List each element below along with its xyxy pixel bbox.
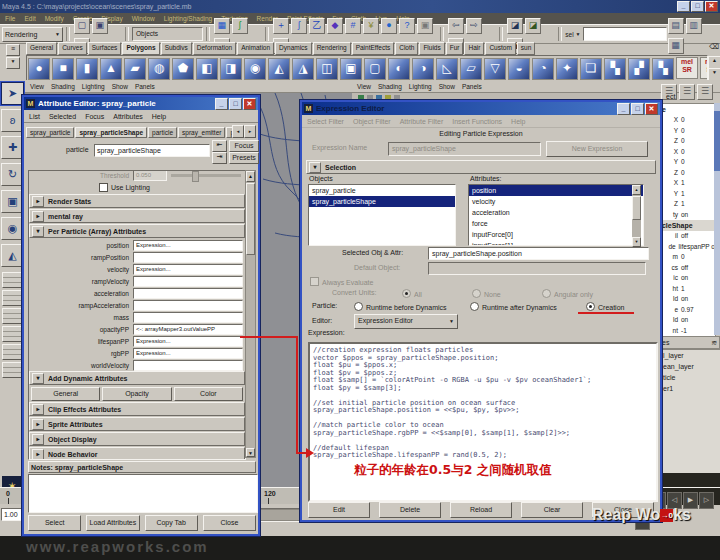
ee-attribute-position[interactable]: position: [469, 185, 643, 196]
pp-field-rampPosition[interactable]: [133, 252, 243, 263]
mask-misc-icon[interactable]: ?: [399, 18, 415, 34]
ee-attribute-force[interactable]: force: [469, 218, 643, 229]
pp-field-velocity[interactable]: Expression...: [133, 264, 243, 275]
shelf-tab-4[interactable]: Subdivs: [161, 42, 192, 55]
chevron-down-icon[interactable]: ▼: [576, 31, 581, 37]
right-panel-menu-3[interactable]: Show: [439, 83, 455, 90]
layout-persp-graph-button[interactable]: [2, 326, 24, 342]
section-mental-ray[interactable]: ▸mental ray: [29, 209, 245, 223]
poly-sphere-icon[interactable]: ●: [28, 58, 50, 80]
poly-plane-icon[interactable]: ▰: [124, 58, 146, 80]
pp-field-position[interactable]: Expression...: [133, 240, 243, 251]
ae-close-button[interactable]: Close: [203, 515, 256, 531]
pp-field-opacityPP[interactable]: <-: arrayMapper3.outValuePP: [133, 324, 243, 335]
ae-tab-1[interactable]: spray_particleShape: [75, 127, 147, 138]
attribute-editor-titlebar[interactable]: M Attribute Editor: spray_particle _ □ ✕: [24, 97, 258, 110]
shelf-menu-button[interactable]: ≡: [6, 44, 20, 56]
ee-delete-button[interactable]: Delete: [379, 502, 441, 518]
shelf-tab-12[interactable]: Fur: [446, 42, 464, 55]
expression-editor-titlebar[interactable]: M Expression Editor _ □ ✕: [302, 102, 660, 115]
ee-code-area[interactable]: //creation expression floats particles v…: [308, 342, 658, 502]
ee-selection-header[interactable]: ▾ Selection: [306, 160, 656, 174]
poke-face-icon[interactable]: ✦: [556, 58, 578, 80]
ee-minimize-button[interactable]: _: [617, 103, 630, 115]
close-window-button[interactable]: ✕: [705, 1, 718, 12]
ae-tab-2[interactable]: particle: [148, 127, 177, 138]
ae-tab-3[interactable]: spray_emitter: [178, 127, 225, 138]
right-panel-menu-4[interactable]: Panels: [462, 83, 482, 90]
duplicate-face-icon[interactable]: ❏: [580, 58, 602, 80]
ae-notes-header[interactable]: Notes: spray_particleShape: [28, 461, 256, 473]
left-panel-menu-2[interactable]: Lighting: [82, 83, 105, 90]
snap-to-grid-icon[interactable]: ▦: [214, 18, 230, 34]
channel-row-3[interactable]: X0: [660, 147, 715, 158]
ae-maximize-button[interactable]: □: [229, 98, 242, 110]
left-panel-menu-4[interactable]: Panels: [135, 83, 155, 90]
pp-field-lifespanPP[interactable]: Expression...: [133, 336, 243, 347]
quick-select-input[interactable]: [583, 27, 667, 41]
section-per-particle-array-attributes[interactable]: ▾Per Particle (Array) Attributes: [29, 224, 245, 238]
channel-row-1[interactable]: delifespanPP o: [660, 242, 715, 253]
menubar-item-0[interactable]: File: [5, 15, 15, 22]
layout-single-pane-button[interactable]: [2, 272, 24, 288]
ee-close-button[interactable]: ✕: [645, 103, 658, 115]
boolean-union-icon[interactable]: ◐: [388, 58, 410, 80]
section-clip-effects-attributes[interactable]: ▸Clip Effects Attributes: [29, 402, 245, 416]
channel-row-5[interactable]: Z0: [660, 168, 715, 179]
pp-field-worldVelocity[interactable]: [133, 360, 243, 371]
channelbox-scrollbar[interactable]: [714, 103, 720, 335]
ae-tab-0[interactable]: spray_particle: [26, 127, 74, 138]
layer-item-2[interactable]: ticle: [660, 372, 720, 383]
pp-field-rampVelocity[interactable]: [133, 276, 243, 287]
channel-row-4[interactable]: Y0: [660, 157, 715, 168]
ee-attribute-acceleration[interactable]: acceleration: [469, 207, 643, 218]
ee-object-spray_particleShape[interactable]: spray_particleShape: [309, 196, 455, 207]
section-add-dynamic-attributes[interactable]: ▾ Add Dynamic Attributes: [29, 371, 245, 385]
right-panel-menu-1[interactable]: Shading: [378, 83, 402, 90]
layer-item-0[interactable]: l_layer: [660, 350, 720, 361]
selection-mask-dropdown[interactable]: Objects: [132, 27, 203, 41]
section-node-behavior[interactable]: ▸Node Behavior: [29, 447, 245, 460]
ae-focus-button[interactable]: Focus: [229, 140, 259, 152]
separate-icon[interactable]: ▢: [364, 58, 386, 80]
shelf-tab-6[interactable]: Animation: [237, 42, 274, 55]
poly-prism-icon[interactable]: ⬟: [172, 58, 194, 80]
section-object-display[interactable]: ▸Object Display: [29, 432, 245, 446]
ae-minimize-button[interactable]: _: [215, 98, 228, 110]
menubar-item-1[interactable]: Edit: [24, 15, 35, 22]
add-attr-color-button[interactable]: Color: [174, 387, 243, 401]
select-mask-plus-icon[interactable]: ＋: [273, 18, 289, 34]
ae-menu-4[interactable]: Help: [152, 113, 166, 120]
pp-field-mass[interactable]: [133, 312, 243, 323]
extrude-face-icon[interactable]: ◨: [220, 58, 242, 80]
lock-icon[interactable]: ▣: [417, 18, 433, 34]
flag-checker1-icon[interactable]: ▚: [604, 58, 626, 80]
shelf-tab-5[interactable]: Deformation: [193, 42, 236, 55]
right-panel-menu-0[interactable]: View: [357, 83, 371, 90]
ae-scrollbar[interactable]: ▲ ▼: [245, 170, 256, 458]
channel-row-5[interactable]: ht1: [660, 284, 715, 295]
combine-icon[interactable]: ▣: [340, 58, 362, 80]
show-tool-settings-icon[interactable]: ▥: [686, 18, 702, 34]
mask-surface-icon[interactable]: 乙: [309, 18, 325, 34]
channel-row-4[interactable]: icon: [660, 273, 715, 284]
ae-load-attributes-button[interactable]: Load Attributes: [86, 515, 139, 531]
ee-new-expression-button[interactable]: New Expression: [546, 141, 648, 157]
poly-cylinder-icon[interactable]: ▮: [76, 58, 98, 80]
shelf-tab-9[interactable]: PaintEffects: [352, 42, 395, 55]
open-scene-icon[interactable]: ▣: [92, 18, 108, 34]
new-scene-icon[interactable]: ▢: [74, 18, 90, 34]
ae-load-icon[interactable]: ⇤: [212, 140, 227, 152]
add-attr-general-button[interactable]: General: [31, 387, 100, 401]
ee-attribute-velocity[interactable]: velocity: [469, 196, 643, 207]
mask-curve-icon[interactable]: ʃ: [291, 18, 307, 34]
ae-notes-box[interactable]: [28, 474, 258, 513]
layer-item-1[interactable]: ean_layer: [660, 361, 720, 372]
ee-menu-1[interactable]: Object Filter: [353, 118, 391, 125]
channel-row-2[interactable]: Z0: [660, 136, 715, 147]
menubar-item-5[interactable]: Window: [132, 15, 155, 22]
ae-tab-scroll-left[interactable]: ◂: [232, 125, 244, 138]
layer-item-3[interactable]: er1: [660, 383, 720, 394]
rotate-tool-icon[interactable]: ↻: [1, 163, 24, 186]
left-panel-menu-0[interactable]: View: [30, 83, 44, 90]
